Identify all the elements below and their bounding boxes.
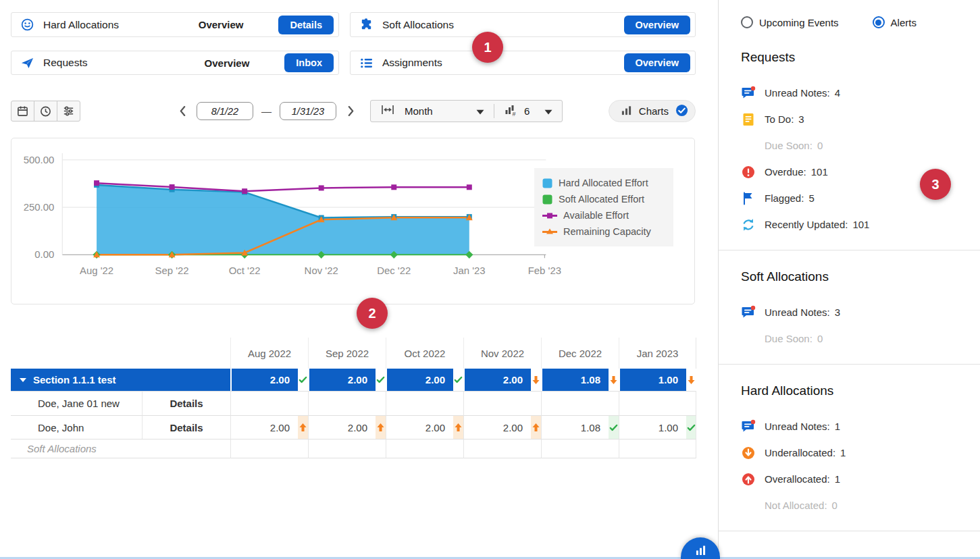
charts-toggle-button[interactable]: Charts: [609, 100, 696, 122]
allocation-cell: 2.00: [463, 415, 531, 439]
status-icon: [453, 391, 463, 415]
filter-settings-button[interactable]: [57, 101, 80, 122]
overview-button[interactable]: Overview: [624, 53, 691, 72]
time-view-button[interactable]: [34, 101, 57, 122]
smiley-icon: [20, 18, 34, 32]
puzzle-icon: [359, 18, 373, 32]
todo-icon: [741, 112, 756, 127]
section-cell: 2.00: [386, 369, 453, 391]
legend-item: Soft Allocated Effort: [542, 191, 665, 207]
empty-cell: [531, 439, 541, 458]
column-count-icon: #: [504, 103, 517, 119]
allocations-table: Aug 2022 Sep 2022 Oct 2022 Nov 2022 Dec …: [11, 338, 696, 458]
card-subtitle: Overview: [199, 19, 244, 30]
prev-period-button[interactable]: [175, 103, 190, 119]
alert-label: Recently Updated:: [765, 219, 848, 230]
alert-value: 1: [840, 447, 846, 458]
unread-notes-icon: [741, 419, 756, 434]
details-button[interactable]: Details: [278, 16, 334, 34]
card-soft-allocations: Soft Allocations Overview: [350, 12, 696, 37]
allocation-cell: [308, 391, 376, 415]
card-title: Assignments: [382, 57, 442, 69]
chevron-down-icon: [476, 105, 484, 117]
section-title: Soft Allocations: [741, 269, 980, 284]
start-date-input[interactable]: [197, 102, 253, 120]
alert-value: 1: [835, 473, 840, 485]
alert-value: 1: [835, 421, 840, 432]
soft-allocations-row[interactable]: Soft Allocations: [11, 439, 230, 458]
chart-toolbar: — Month # 6: [11, 100, 696, 122]
status-down-arrow-icon: [609, 369, 619, 391]
allocation-cell: 1.00: [619, 415, 686, 439]
alerts-section-hard-allocations: Hard Allocations Unread Notes: 1 Underal…: [741, 383, 980, 520]
column-header: Oct 2022: [386, 338, 463, 369]
alert-item[interactable]: Underallocated: 1: [741, 440, 980, 466]
alert-item[interactable]: To Do: 3: [741, 106, 980, 132]
callout-badge-2: 2: [357, 298, 388, 329]
section-name: Section 1.1.1 test: [33, 374, 116, 385]
section-row-toggle[interactable]: Section 1.1.1 test: [11, 369, 230, 391]
alert-item[interactable]: Unread Notes: 4: [741, 80, 980, 106]
collapse-caret-icon: [20, 378, 26, 382]
empty-cell: [230, 439, 298, 458]
overallocated-icon: [741, 472, 756, 487]
alert-item: Due Soon: 0: [741, 325, 980, 352]
status-up-arrow-icon: [376, 415, 386, 439]
section-title: Hard Allocations: [741, 383, 980, 398]
upcoming-events-radio[interactable]: Upcoming Events: [741, 16, 839, 28]
legend-label: Soft Allocated Effort: [559, 194, 644, 205]
alert-item[interactable]: Recently Updated: 101: [741, 211, 980, 238]
empty-cell: [609, 439, 619, 458]
legend-label: Hard Allocated Effort: [559, 178, 648, 188]
section-title: Requests: [741, 50, 980, 65]
column-header: Nov 2022: [463, 338, 541, 369]
alert-item[interactable]: Unread Notes: 3: [741, 299, 980, 325]
alert-item[interactable]: Overallocated: 1: [741, 466, 980, 492]
alert-label: Not Allocated:: [765, 500, 827, 511]
legend-item: Available Effort: [542, 207, 665, 223]
column-header: Jan 2023: [619, 338, 696, 369]
resource-name: Doe, Jane 01 new: [11, 391, 142, 415]
calendar-view-button[interactable]: [11, 101, 34, 122]
next-period-button[interactable]: [343, 103, 358, 119]
legend-marker-icon: [542, 227, 557, 237]
alert-value: 101: [852, 219, 869, 230]
legend-marker-icon: [542, 211, 557, 221]
interval-dropdown[interactable]: Month: [405, 105, 484, 117]
alert-label: Unread Notes:: [765, 87, 830, 99]
allocation-cell: 2.00: [308, 415, 376, 439]
table-header-spacer: [11, 338, 230, 369]
resource-name: Doe, John: [11, 415, 142, 439]
list-icon: [359, 56, 373, 70]
details-link[interactable]: Details: [142, 415, 230, 439]
unread-notes-icon: [741, 305, 756, 320]
charts-fab-button[interactable]: [681, 537, 720, 559]
alert-item[interactable]: Unread Notes: 1: [741, 413, 980, 440]
overview-button[interactable]: Overview: [624, 16, 691, 34]
details-link[interactable]: Details: [142, 391, 230, 415]
svg-text:Feb '23: Feb '23: [528, 265, 561, 276]
card-hard-allocations: Hard Allocations Overview Details: [11, 12, 339, 37]
status-icon: [376, 391, 386, 415]
card-subtitle: Overview: [205, 57, 250, 69]
alert-item: Due Soon: 0: [741, 132, 980, 159]
alerts-radio[interactable]: Alerts: [873, 16, 917, 28]
alert-value: 0: [832, 500, 837, 511]
column-count-dropdown[interactable]: 6: [524, 105, 552, 117]
svg-text:250.00: 250.00: [24, 201, 55, 213]
bar-chart-icon: [621, 105, 632, 118]
status-check-icon: [298, 369, 308, 391]
svg-text:0.00: 0.00: [34, 248, 54, 260]
end-date-input[interactable]: [280, 102, 336, 120]
refresh-icon: [741, 217, 756, 232]
status-icon: [609, 391, 619, 415]
alert-value: 3: [798, 113, 804, 125]
inbox-button[interactable]: Inbox: [284, 53, 334, 72]
alert-value: 5: [808, 192, 814, 204]
section-cell: 2.00: [463, 369, 531, 391]
status-up-arrow-icon: [298, 415, 308, 439]
section-divider: [719, 364, 980, 365]
legend-label: Available Effort: [563, 210, 629, 221]
allocation-cell: 1.08: [541, 415, 609, 439]
empty-cell: [453, 439, 463, 458]
